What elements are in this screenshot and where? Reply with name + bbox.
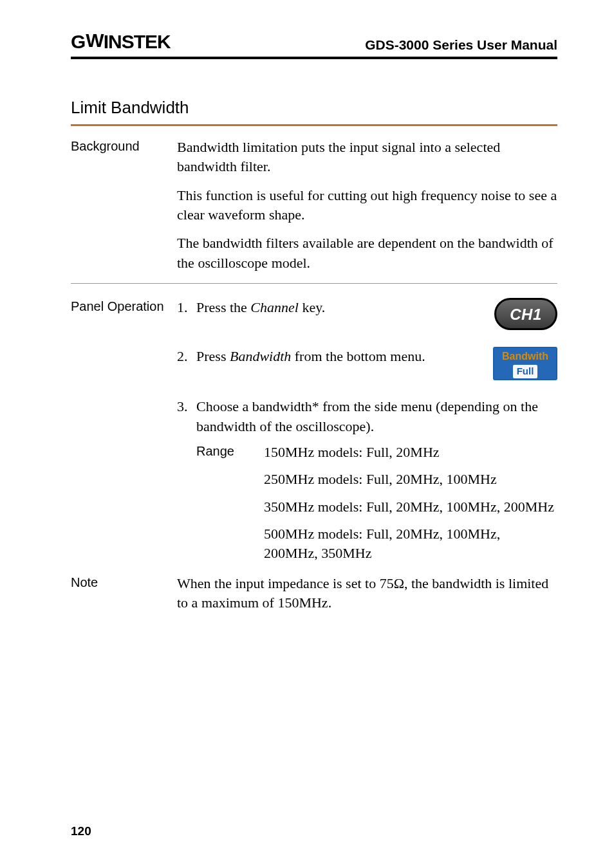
range-values: 150MHz models: Full, 20MHz 250MHz models… (264, 443, 557, 571)
step-1-text-b: key. (299, 299, 325, 315)
divider-rule (71, 283, 557, 284)
background-label: Background (71, 138, 177, 154)
panel-row: Panel Operation 1. Press the Channel key… (71, 298, 557, 571)
brand-logo: GWINSTEK (71, 31, 171, 53)
range-150: 150MHz models: Full, 20MHz (264, 443, 557, 462)
note-content: When the input impedance is set to 75Ω, … (177, 574, 557, 622)
panel-label: Panel Operation (71, 298, 177, 314)
step-2-text-i: Bandwidth (230, 348, 291, 364)
bandwidth-softkey-value: Full (513, 365, 538, 378)
background-p2: This function is useful for cutting out … (177, 186, 557, 225)
step-1: 1. Press the Channel key. CH1 (177, 298, 557, 330)
step-3-num: 3. (177, 397, 196, 416)
brand-g: G (71, 31, 86, 52)
background-row: Background Bandwidth limitation puts the… (71, 138, 557, 277)
step-1-num: 1. (177, 298, 196, 317)
step-2-num: 2. (177, 347, 196, 366)
bandwidth-softkey-icon: Bandwith Full (493, 347, 557, 380)
step-2-text-a: Press (196, 348, 230, 364)
section-rule (71, 124, 557, 126)
brand-u: W (86, 30, 103, 51)
step-1-image: CH1 (494, 298, 557, 330)
step-2: 2. Press Bandwidth from the bottom menu.… (177, 347, 557, 380)
step-1-body: Press the Channel key. (196, 298, 494, 317)
step-3: 3. Choose a bandwidth* from the side men… (177, 397, 557, 436)
step-2-text-b: from the bottom menu. (291, 348, 425, 364)
range-500: 500MHz models: Full, 20MHz, 100MHz, 200M… (264, 524, 557, 564)
step-3-body: Choose a bandwidth* from the side menu (… (196, 397, 557, 436)
background-content: Bandwidth limitation puts the input sign… (177, 138, 557, 277)
range-block: Range 150MHz models: Full, 20MHz 250MHz … (177, 443, 557, 571)
step-1-text-a: Press the (196, 299, 250, 315)
note-label: Note (71, 574, 177, 590)
range-350: 350MHz models: Full, 20MHz, 100MHz, 200M… (264, 497, 557, 517)
background-p1: Bandwidth limitation puts the input sign… (177, 138, 557, 177)
section-title: Limit Bandwidth (71, 98, 557, 118)
range-label: Range (177, 443, 264, 571)
step-1-text-i: Channel (250, 299, 299, 315)
background-p3: The bandwidth filters available are depe… (177, 234, 557, 273)
bandwidth-softkey-label: Bandwith (502, 349, 548, 364)
manual-title: GDS-3000 Series User Manual (365, 37, 557, 53)
note-text: When the input impedance is set to 75Ω, … (177, 574, 557, 613)
step-2-image: Bandwith Full (493, 347, 557, 380)
range-250: 250MHz models: Full, 20MHz, 100MHz (264, 470, 557, 489)
step-2-body: Press Bandwidth from the bottom menu. (196, 347, 493, 366)
page-number: 120 (71, 824, 91, 838)
page-header: GWINSTEK GDS-3000 Series User Manual (71, 31, 557, 59)
note-row: Note When the input impedance is set to … (71, 574, 557, 622)
ch1-key-icon: CH1 (494, 298, 557, 330)
panel-content: 1. Press the Channel key. CH1 2. Press B… (177, 298, 557, 571)
brand-rest: INSTEK (104, 31, 171, 52)
